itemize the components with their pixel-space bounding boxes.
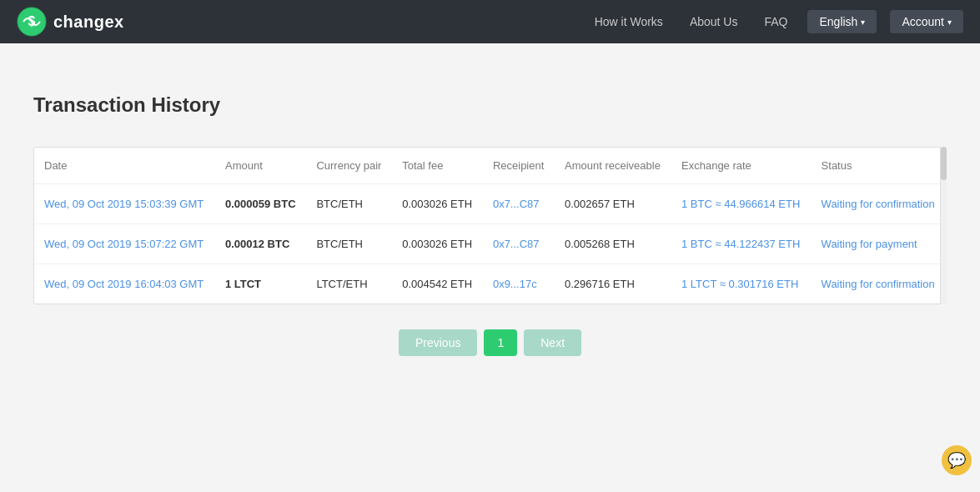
nav-about-us[interactable]: About Us <box>683 12 745 32</box>
cell-exchange-rate: 1 BTC ≈ 44.122437 ETH <box>671 224 812 264</box>
transaction-table-wrapper: Date Amount Currency pair Total fee Rece… <box>33 147 947 304</box>
table-row[interactable]: Wed, 09 Oct 2019 15:07:22 GMT 0.00012 BT… <box>34 224 946 264</box>
scrollbar-thumb <box>941 147 947 180</box>
cell-recipient: 0x9...17c <box>483 264 555 304</box>
previous-button[interactable]: Previous <box>399 329 477 356</box>
main-content: Transaction History Download CSV Date Am… <box>0 43 980 381</box>
cell-status: Waiting for confirmation <box>812 264 946 304</box>
table-header: Date Amount Currency pair Total fee Rece… <box>34 148 946 184</box>
scrollbar[interactable] <box>940 147 947 304</box>
cell-amount: 0.000059 BTC <box>215 184 306 224</box>
cell-total-fee: 0.003026 ETH <box>392 224 483 264</box>
help-icon: 💬 <box>947 451 966 469</box>
language-button[interactable]: English ▾ <box>807 10 877 33</box>
col-amount: Amount <box>215 148 306 184</box>
cell-date: Wed, 09 Oct 2019 15:07:22 GMT <box>34 224 215 264</box>
header: $ changex How it Works About Us FAQ Engl… <box>0 0 980 43</box>
cell-currency-pair: BTC/ETH <box>306 184 392 224</box>
account-button[interactable]: Account ▾ <box>890 10 963 33</box>
cell-status: Waiting for confirmation <box>812 184 946 224</box>
col-total-fee: Total fee <box>392 148 483 184</box>
cell-date: Wed, 09 Oct 2019 15:03:39 GMT <box>34 184 215 224</box>
cell-status: Waiting for payment <box>812 224 946 264</box>
cell-total-fee: 0.004542 ETH <box>392 264 483 304</box>
logo-area: $ changex <box>17 7 124 37</box>
cell-amount-receivable: 0.002657 ETH <box>555 184 671 224</box>
table-container: Date Amount Currency pair Total fee Rece… <box>33 147 947 304</box>
title-row: Transaction History Download CSV <box>33 93 947 133</box>
cell-currency-pair: LTCT/ETH <box>306 264 392 304</box>
pagination: Previous 1 Next <box>33 329 947 356</box>
help-float-button[interactable]: 💬 <box>942 445 972 475</box>
col-exchange-rate: Exchange rate <box>671 148 812 184</box>
cell-amount: 1 LTCT <box>215 264 306 304</box>
cell-recipient: 0x7...C87 <box>483 184 555 224</box>
col-currency-pair: Currency pair <box>306 148 392 184</box>
cell-total-fee: 0.003026 ETH <box>392 184 483 224</box>
cell-amount: 0.00012 BTC <box>215 224 306 264</box>
col-status: Status <box>812 148 946 184</box>
nav-how-it-works[interactable]: How it Works <box>588 12 670 32</box>
cell-recipient: 0x7...C87 <box>483 224 555 264</box>
transaction-table: Date Amount Currency pair Total fee Rece… <box>34 148 946 304</box>
cell-amount-receivable: 0.296716 ETH <box>555 264 671 304</box>
cell-amount-receivable: 0.005268 ETH <box>555 224 671 264</box>
cell-exchange-rate: 1 LTCT ≈ 0.301716 ETH <box>671 264 812 304</box>
next-button[interactable]: Next <box>524 329 581 356</box>
cell-currency-pair: BTC/ETH <box>306 224 392 264</box>
col-amount-receivable: Amount receiveable <box>555 148 671 184</box>
cell-date: Wed, 09 Oct 2019 16:04:03 GMT <box>34 264 215 304</box>
table-row[interactable]: Wed, 09 Oct 2019 15:03:39 GMT 0.000059 B… <box>34 184 946 224</box>
logo-text: changex <box>53 13 124 32</box>
table-row[interactable]: Wed, 09 Oct 2019 16:04:03 GMT 1 LTCT LTC… <box>34 264 946 304</box>
cell-exchange-rate: 1 BTC ≈ 44.966614 ETH <box>671 184 812 224</box>
col-date: Date <box>34 148 215 184</box>
nav-faq[interactable]: FAQ <box>757 12 794 32</box>
chevron-down-icon: ▾ <box>861 18 865 27</box>
table-body: Wed, 09 Oct 2019 15:03:39 GMT 0.000059 B… <box>34 184 946 304</box>
chevron-down-icon: ▾ <box>947 18 952 27</box>
col-recipient: Receipient <box>483 148 555 184</box>
logo-icon: $ <box>17 7 47 37</box>
page-title: Transaction History <box>33 93 220 117</box>
page-1-button[interactable]: 1 <box>484 329 517 356</box>
